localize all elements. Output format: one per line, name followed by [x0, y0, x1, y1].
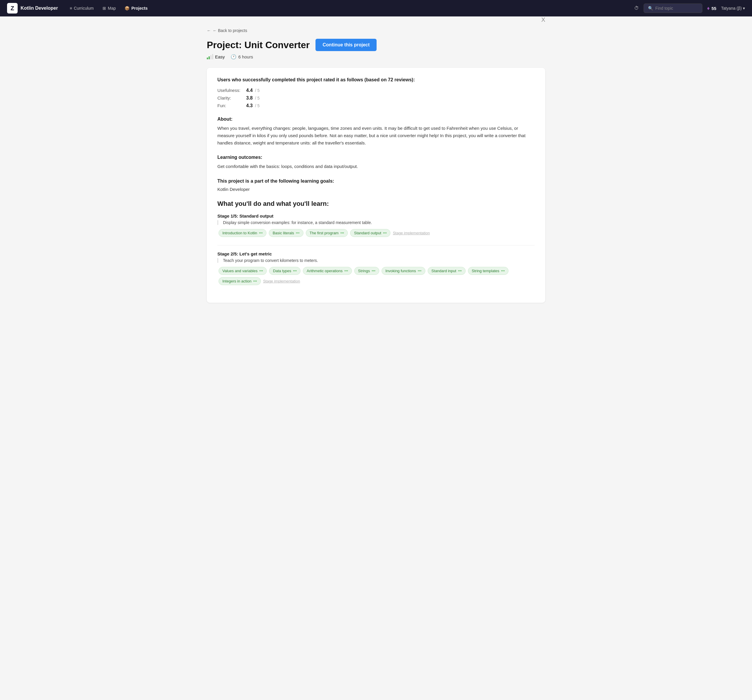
topic-dots-icon: ••• [259, 231, 263, 235]
topic-tag[interactable]: The first program ••• [306, 229, 348, 237]
projects-icon: 📦 [124, 6, 129, 11]
back-arrow-icon: ← [207, 28, 211, 33]
usefulness-label: Usefulness: [218, 88, 244, 93]
topic-tag[interactable]: Integers in action ••• [219, 277, 261, 285]
topic-tag[interactable]: Standard input ••• [428, 267, 466, 275]
bar-1 [207, 57, 208, 59]
clarity-max: / 5 [255, 96, 259, 101]
clarity-label: Clarity: [218, 95, 244, 101]
close-button[interactable]: X [541, 16, 545, 23]
usefulness-value: 4.4 [246, 88, 253, 93]
stage-2-topics: Values and variables •••Data types •••Ar… [218, 267, 534, 285]
clarity-row: Clarity: 3.8 / 5 [218, 95, 534, 101]
stage-1: Stage 1/5: Standard outputDisplay simple… [218, 213, 534, 237]
difficulty-label: Easy [215, 54, 225, 59]
project-title: Project: Unit Converter [207, 40, 309, 51]
timer-icon[interactable]: ⏱ [634, 6, 639, 11]
topic-dots-icon: ••• [383, 231, 387, 235]
usefulness-max: / 5 [255, 88, 259, 93]
topic-tag[interactable]: Arithmetic operations ••• [303, 267, 352, 275]
topic-tag[interactable]: Basic literals ••• [269, 229, 303, 237]
fun-label: Fun: [218, 103, 244, 108]
learning-goals-title: This project is a part of the following … [218, 178, 534, 184]
topic-dots-icon: ••• [418, 269, 421, 273]
reviews-header: Users who successfully completed this pr… [218, 77, 534, 82]
search-icon: 🔍 [648, 6, 653, 11]
nav-links: ≡ Curriculum ⊞ Map 📦 Projects [66, 4, 626, 12]
search-input[interactable] [656, 6, 698, 11]
nav-right: ⏱ 🔍 ♦ 55 Tatyana (β) ▾ [634, 3, 745, 13]
topic-dots-icon: ••• [296, 231, 300, 235]
menu-icon: ≡ [70, 6, 72, 11]
stage-1-topics: Introduction to Kotlin •••Basic literals… [218, 229, 534, 237]
logo-icon: Z [7, 3, 18, 14]
topic-dots-icon: ••• [501, 269, 505, 273]
grid-icon: ⊞ [103, 6, 106, 11]
logo-text: Kotlin Developer [20, 6, 58, 11]
continue-button[interactable]: Continue this project [315, 39, 377, 51]
about-text: When you travel, everything changes: peo… [218, 125, 534, 146]
learning-outcomes-text: Get comfortable with the basics: loops, … [218, 163, 534, 170]
topic-tag[interactable]: Invoking functions ••• [382, 267, 425, 275]
project-header: Project: Unit Converter Continue this pr… [207, 39, 545, 51]
topic-tag[interactable]: Strings ••• [354, 267, 379, 275]
search-bar[interactable]: 🔍 [643, 3, 702, 13]
gems-display: ♦ 55 [707, 5, 716, 11]
gem-icon: ♦ [707, 5, 710, 11]
clock-icon: 🕐 [231, 54, 236, 60]
duration-display: 🕐 6 hours [231, 54, 253, 60]
fun-max: / 5 [255, 103, 259, 108]
what-header: What you'll do and what you'll learn: [218, 200, 534, 208]
learning-goals-section: This project is a part of the following … [218, 178, 534, 192]
navbar: Z Kotlin Developer ≡ Curriculum ⊞ Map 📦 … [0, 0, 752, 16]
project-card: Users who successfully completed this pr… [207, 68, 545, 303]
topic-tag[interactable]: Data types ••• [269, 267, 300, 275]
topic-tag[interactable]: Values and variables ••• [219, 267, 267, 275]
stage-divider [218, 245, 534, 245]
stage-1-impl-link[interactable]: Stage implementation [393, 229, 430, 237]
fun-row: Fun: 4.3 / 5 [218, 103, 534, 109]
topic-dots-icon: ••• [340, 231, 344, 235]
nav-map[interactable]: ⊞ Map [99, 4, 119, 12]
learning-outcomes-section: Learning outcomes: Get comfortable with … [218, 155, 534, 170]
logo-link[interactable]: Z Kotlin Developer [7, 3, 58, 14]
topic-dots-icon: ••• [344, 269, 348, 273]
usefulness-row: Usefulness: 4.4 / 5 [218, 88, 534, 93]
learning-outcomes-title: Learning outcomes: [218, 155, 534, 160]
topic-dots-icon: ••• [253, 279, 257, 283]
project-meta: Easy 🕐 6 hours [207, 54, 545, 60]
about-section: About: When you travel, everything chang… [218, 116, 534, 146]
duration-label: 6 hours [238, 54, 253, 59]
topic-dots-icon: ••• [293, 269, 297, 273]
bar-2 [208, 56, 210, 59]
chevron-down-icon: ▾ [743, 6, 745, 11]
stage-2-title: Stage 2/5: Let's get metric [218, 251, 534, 256]
topic-dots-icon: ••• [458, 269, 462, 273]
user-label: Tatyana (β) [721, 6, 742, 11]
stages-container: Stage 1/5: Standard outputDisplay simple… [218, 213, 534, 285]
stage-2: Stage 2/5: Let's get metricTeach your pr… [218, 251, 534, 285]
stage-1-desc: Display simple conversion examples: for … [218, 220, 534, 225]
bar-3 [210, 55, 211, 59]
stage-2-impl-link[interactable]: Stage implementation [263, 277, 300, 285]
clarity-value: 3.8 [246, 95, 253, 101]
stage-1-title: Stage 1/5: Standard output [218, 213, 534, 219]
difficulty-display: Easy [207, 54, 225, 59]
learning-goals-value: Kotlin Developer [218, 187, 534, 192]
bar-4 [212, 54, 213, 59]
page-content: ← ← Back to projects X Project: Unit Con… [200, 16, 552, 315]
fun-value: 4.3 [246, 103, 253, 109]
topic-tag[interactable]: String templates ••• [468, 267, 509, 275]
topic-dots-icon: ••• [371, 269, 375, 273]
nav-projects[interactable]: 📦 Projects [121, 4, 151, 12]
gems-count: 55 [712, 6, 716, 11]
reviews-section: Users who successfully completed this pr… [218, 77, 534, 109]
topic-tag[interactable]: Standard output ••• [350, 229, 390, 237]
user-menu[interactable]: Tatyana (β) ▾ [721, 6, 745, 11]
back-link[interactable]: ← ← Back to projects [207, 28, 247, 33]
nav-curriculum[interactable]: ≡ Curriculum [66, 4, 97, 12]
stage-2-desc: Teach your program to convert kilometers… [218, 258, 534, 263]
about-title: About: [218, 116, 534, 122]
topic-tag[interactable]: Introduction to Kotlin ••• [219, 229, 266, 237]
topic-dots-icon: ••• [259, 269, 263, 273]
